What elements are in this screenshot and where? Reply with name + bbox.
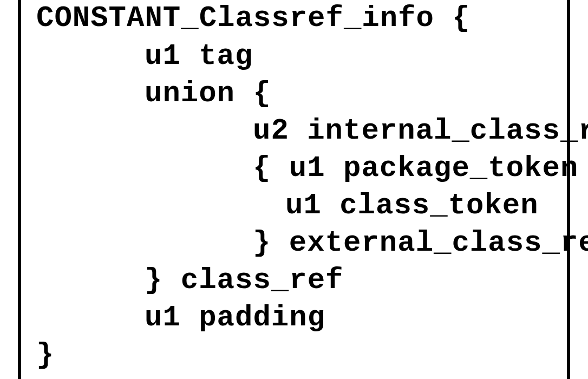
code-box: CONSTANT_Classref_info { u1 tag union { …: [18, 0, 570, 379]
code-line-4: u2 internal_class_ref: [36, 112, 552, 149]
code-line-8: } class_ref: [36, 262, 552, 299]
code-line-2: u1 tag: [36, 37, 552, 75]
code-line-1: CONSTANT_Classref_info {: [36, 0, 552, 37]
code-line-5: { u1 package_token: [36, 149, 552, 187]
code-line-10: }: [36, 336, 552, 374]
code-line-3: union {: [36, 75, 552, 112]
code-line-7: } external_class_ref: [36, 224, 552, 262]
code-line-9: u1 padding: [36, 299, 552, 336]
code-line-6: u1 class_token: [36, 187, 552, 224]
